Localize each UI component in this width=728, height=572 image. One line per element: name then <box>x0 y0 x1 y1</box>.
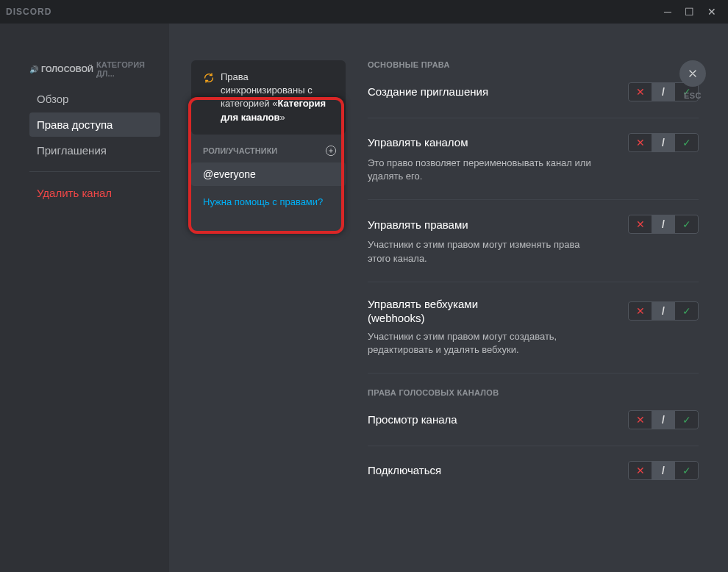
perm-divider <box>368 199 699 200</box>
close-button[interactable]: ✕ <box>707 7 716 17</box>
close-settings-button[interactable] <box>679 60 706 87</box>
perm-description: Участники с этим правом могут создавать,… <box>368 330 596 357</box>
perm-label: Управлять каналом <box>368 135 468 150</box>
toggle-deny[interactable]: ✕ <box>628 301 652 321</box>
perm-label: Подключаться <box>368 463 441 478</box>
maximize-button[interactable]: ☐ <box>685 7 694 17</box>
sidebar-item-invites[interactable]: Приглашения <box>29 138 160 162</box>
toggle-allow[interactable]: ✓ <box>675 301 699 321</box>
perm-manage-channel: Управлять каналом ✕ / ✓ Это право позвол… <box>368 133 699 183</box>
section-general-permissions: ОСНОВНЫЕ ПРАВА <box>368 60 699 69</box>
toggle-neutral[interactable]: / <box>652 301 675 321</box>
toggle-allow[interactable]: ✓ <box>675 410 699 429</box>
perm-toggle-manage-permissions[interactable]: ✕ / ✓ <box>628 215 699 234</box>
toggle-deny[interactable]: ✕ <box>628 215 652 234</box>
perm-label: Управлять правами <box>368 218 468 232</box>
perm-manage-permissions: Управлять правами ✕ / ✓ Участники с этим… <box>368 215 699 265</box>
perm-toggle-manage-channel[interactable]: ✕ / ✓ <box>628 133 699 152</box>
toggle-neutral[interactable]: / <box>652 461 675 480</box>
section-voice-permissions: ПРАВА ГОЛОСОВЫХ КАНАЛОВ <box>368 388 699 397</box>
perm-toggle-connect[interactable]: ✕ / ✓ <box>628 461 699 480</box>
perm-label: Создание приглашения <box>368 85 488 99</box>
sidebar-item-permissions[interactable]: Права доступа <box>29 112 160 137</box>
perm-connect: Подключаться ✕ / ✓ <box>368 461 699 480</box>
sidebar-divider <box>29 171 160 172</box>
roles-header-label: РОЛИ/УЧАСТНИКИ <box>203 146 277 155</box>
perm-label: Просмотр канала <box>368 412 457 427</box>
toggle-deny[interactable]: ✕ <box>628 133 652 152</box>
toggle-deny[interactable]: ✕ <box>628 461 652 480</box>
perm-divider <box>368 446 699 446</box>
toggle-neutral[interactable]: / <box>652 410 675 429</box>
toggle-deny[interactable]: ✕ <box>628 82 652 101</box>
perm-create-invite: Создание приглашения ✕ / ✓ <box>368 82 699 101</box>
toggle-neutral[interactable]: / <box>652 82 675 101</box>
sidebar-item-delete-channel[interactable]: Удалить канал <box>29 181 160 205</box>
toggle-neutral[interactable]: / <box>652 215 675 234</box>
sync-icon <box>203 72 215 84</box>
role-everyone[interactable]: @everyone <box>191 162 346 186</box>
perm-description: Это право позволяет переименовывать кана… <box>368 157 596 183</box>
perm-divider <box>368 282 699 282</box>
perm-toggle-manage-webhooks[interactable]: ✕ / ✓ <box>628 301 699 321</box>
perm-label: Управлять вебхуками (webhooks) <box>368 297 529 326</box>
perm-divider <box>368 118 699 118</box>
toggle-neutral[interactable]: / <box>652 133 675 152</box>
roles-header: РОЛИ/УЧАСТНИКИ <box>191 135 346 162</box>
toggle-allow[interactable]: ✓ <box>675 461 699 480</box>
channel-name: ГОЛОСОВОЙ <box>41 65 93 74</box>
titlebar: DISCORD ─ ☐ ✕ <box>0 0 728 24</box>
sync-text: Права синхронизированы с категорией «Кат… <box>221 71 334 124</box>
toggle-allow[interactable]: ✓ <box>675 133 699 152</box>
channel-breadcrumb: 🔊 ГОЛОСОВОЙ КАТЕГОРИЯ ДЛ... <box>29 60 160 78</box>
perm-divider <box>368 373 699 373</box>
permissions-help-link[interactable]: Нужна помощь с правами? <box>191 186 346 218</box>
sync-notice: Права синхронизированы с категорией «Кат… <box>191 60 346 135</box>
perm-toggle-view-channel[interactable]: ✕ / ✓ <box>628 410 699 429</box>
minimize-button[interactable]: ─ <box>664 7 671 17</box>
toggle-allow[interactable]: ✓ <box>675 215 699 234</box>
esc-label: ESC <box>679 91 706 100</box>
channel-category: КАТЕГОРИЯ ДЛ... <box>96 60 160 78</box>
volume-icon: 🔊 <box>29 65 38 74</box>
perm-manage-webhooks: Управлять вебхуками (webhooks) ✕ / ✓ Уча… <box>368 297 699 357</box>
add-role-icon[interactable] <box>325 145 337 157</box>
settings-sidebar: 🔊 ГОЛОСОВОЙ КАТЕГОРИЯ ДЛ... Обзор Права … <box>0 24 169 572</box>
perm-view-channel: Просмотр канала ✕ / ✓ <box>368 410 699 429</box>
toggle-deny[interactable]: ✕ <box>628 410 652 429</box>
app-logo: DISCORD <box>6 7 51 17</box>
perm-description: Участники с этим правом могут изменять п… <box>368 238 596 265</box>
sidebar-item-overview[interactable]: Обзор <box>29 87 160 111</box>
